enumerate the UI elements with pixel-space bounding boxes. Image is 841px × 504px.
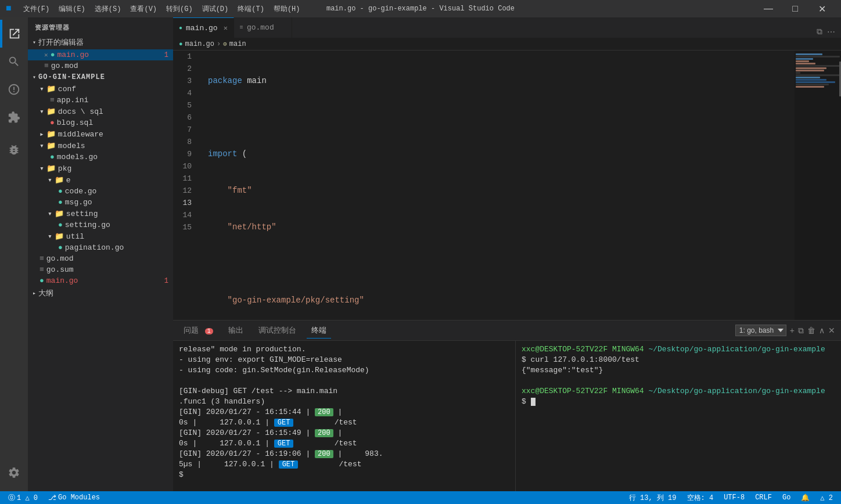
status-eol[interactable]: CRLF xyxy=(753,493,774,503)
menu-debug[interactable]: 调试(D) xyxy=(199,3,232,15)
tab-mod-icon: ≡ xyxy=(240,24,243,31)
panel-tab-output[interactable]: 输出 xyxy=(224,323,248,338)
setting-go-file[interactable]: ● setting.go xyxy=(28,219,173,231)
outline-section[interactable]: ▸ 大纲 xyxy=(28,286,173,300)
menu-edit[interactable]: 编辑(E) xyxy=(55,3,89,15)
pkg-label: pkg xyxy=(58,164,71,173)
open-editors-arrow: ▾ xyxy=(33,39,36,46)
breadcrumb-file[interactable]: main.go xyxy=(185,40,214,48)
activity-search[interactable] xyxy=(0,48,28,75)
main-go-root[interactable]: ● main.go 1 xyxy=(28,275,173,286)
go-mod-root[interactable]: ≡ go.mod xyxy=(28,253,173,264)
term-right-1: xxc@DESKTOP-52TV22F MINGW64 ~/Desktop/go… xyxy=(522,344,835,355)
ml-12 xyxy=(796,79,826,81)
menu-help[interactable]: 帮助(H) xyxy=(270,3,304,15)
ml-15 xyxy=(796,86,824,88)
code-content[interactable]: package main import ( "fmt" "net/http" "… xyxy=(202,51,795,320)
cursor xyxy=(531,398,535,406)
code-editor[interactable]: 1 2 3 4 5 6 7 8 9 10 11 12 13 14 15 xyxy=(173,51,795,320)
more-actions-button[interactable]: ⋯ xyxy=(826,26,836,38)
position-text: 行 13, 列 19 xyxy=(629,493,677,503)
status-git[interactable]: ⎇ Go Modules xyxy=(46,494,102,502)
term-right-4: xxc@DESKTOP-52TV22F MINGW64 ~/Desktop/go… xyxy=(522,386,835,397)
docs-sql-folder[interactable]: ▾ 📁 docs \ sql xyxy=(28,106,173,117)
status-language[interactable]: Go xyxy=(780,493,793,503)
menu-view[interactable]: 查看(V) xyxy=(127,3,160,15)
ln-3: 3 xyxy=(173,75,196,87)
ln-14: 14 xyxy=(173,209,196,221)
code-go-file[interactable]: ● code.go xyxy=(28,186,173,197)
setting-label: setting xyxy=(66,210,98,218)
term-line-8: [GIN] 2020/01/27 - 16:15:49 | 200 | xyxy=(179,428,509,438)
pagination-go-file[interactable]: ● pagination.go xyxy=(28,242,173,253)
activity-settings[interactable] xyxy=(0,459,28,487)
split-editor-button[interactable]: ⧉ xyxy=(815,26,824,38)
ln-2: 2 xyxy=(173,63,196,75)
sql-icon: ● xyxy=(50,118,55,127)
ln-13: 13 xyxy=(173,197,196,209)
menu-terminal[interactable]: 终端(T) xyxy=(234,3,268,15)
setting-folder[interactable]: ▾ 📁 setting xyxy=(28,208,173,219)
go-sum-file[interactable]: ≡ go.sum xyxy=(28,264,173,275)
eol-text: CRLF xyxy=(755,494,772,502)
status-encoding[interactable]: UTF-8 xyxy=(721,493,747,503)
models-go-file[interactable]: ● models.go xyxy=(28,152,173,163)
blog-sql-file[interactable]: ● blog.sql xyxy=(28,117,173,128)
term-line-3: - using code: gin.SetMode(gin.ReleaseMod… xyxy=(179,365,509,376)
minimize-button[interactable]: — xyxy=(755,0,782,17)
tab-go-mod[interactable]: ≡ go.mod xyxy=(234,17,292,38)
kill-terminal-button[interactable]: 🗑 xyxy=(807,326,815,335)
open-editor-main-go[interactable]: ✕ ● main.go 1 xyxy=(28,49,173,60)
msg-go-file[interactable]: ● msg.go xyxy=(28,197,173,208)
activity-debug[interactable] xyxy=(0,136,28,164)
breadcrumb-fn[interactable]: main xyxy=(229,40,246,48)
ml-9 xyxy=(796,72,800,74)
close-panel-button[interactable]: ✕ xyxy=(828,326,835,335)
panel-tab-debug[interactable]: 调试控制台 xyxy=(254,323,301,338)
activity-explorer[interactable] xyxy=(0,20,28,48)
ml-7 xyxy=(796,67,826,69)
activity-extensions[interactable] xyxy=(0,103,28,131)
go-icon7: ● xyxy=(39,276,44,285)
terminal-left[interactable]: release" mode in production. - using env… xyxy=(173,341,516,491)
open-editors-section[interactable]: ▾ 打开的编辑器 xyxy=(28,35,173,49)
conf-folder[interactable]: ▾ 📁 conf xyxy=(28,83,173,95)
models-folder[interactable]: ▾ 📁 models xyxy=(28,140,173,152)
menu-goto[interactable]: 转到(G) xyxy=(163,3,196,15)
close-button[interactable]: ✕ xyxy=(808,0,835,17)
status-notifications[interactable]: 🔔 xyxy=(799,493,812,503)
tab-main-go[interactable]: ● main.go ✕ xyxy=(173,17,234,38)
terminal-right[interactable]: xxc@DESKTOP-52TV22F MINGW64 ~/Desktop/go… xyxy=(516,341,841,491)
status-spaces[interactable]: 空格: 4 xyxy=(685,493,716,503)
maximize-panel-button[interactable]: ∧ xyxy=(819,326,825,335)
status-warnings[interactable]: △ 2 xyxy=(818,493,835,503)
ml-14 xyxy=(796,84,829,85)
split-terminal-button[interactable]: ⧉ xyxy=(798,326,804,336)
maximize-button[interactable]: □ xyxy=(782,0,808,17)
new-terminal-button[interactable]: + xyxy=(790,326,795,335)
pkg-folder[interactable]: ▾ 📁 pkg xyxy=(28,163,173,174)
open-editor-go-mod[interactable]: ≡ go.mod xyxy=(28,60,173,71)
code-line-1: package main xyxy=(208,75,795,87)
git-branch: Go Modules xyxy=(58,494,100,502)
open-editors-label: 打开的编辑器 xyxy=(38,37,84,48)
tab-main-go-close[interactable]: ✕ xyxy=(224,24,228,33)
status-errors[interactable]: ⓪ 1 △ 0 xyxy=(6,493,40,503)
project-section[interactable]: ▾ GO-GIN-EXAMPLE xyxy=(28,71,173,83)
menu-file[interactable]: 文件(F) xyxy=(20,3,53,15)
shell-selector[interactable]: 1: go, bash xyxy=(735,325,786,336)
activity-git[interactable] xyxy=(0,75,28,103)
code-line-4: "fmt" xyxy=(208,185,795,197)
app-ini-file[interactable]: ≡ app.ini xyxy=(28,95,173,106)
panel-tab-problems[interactable]: 问题 1 xyxy=(179,323,218,338)
middleware-folder[interactable]: ▸ 📁 middleware xyxy=(28,128,173,140)
e-folder[interactable]: ▾ 📁 e xyxy=(28,174,173,186)
status-position[interactable]: 行 13, 列 19 xyxy=(627,493,679,503)
ml-8 xyxy=(796,70,824,71)
panel-tab-terminal[interactable]: 终端 xyxy=(307,323,331,339)
bell-icon: 🔔 xyxy=(801,494,810,502)
ml-6 xyxy=(796,65,840,67)
close-main-go[interactable]: ✕ xyxy=(44,51,48,59)
menu-select[interactable]: 选择(S) xyxy=(91,3,125,15)
util-folder[interactable]: ▾ 📁 util xyxy=(28,231,173,242)
